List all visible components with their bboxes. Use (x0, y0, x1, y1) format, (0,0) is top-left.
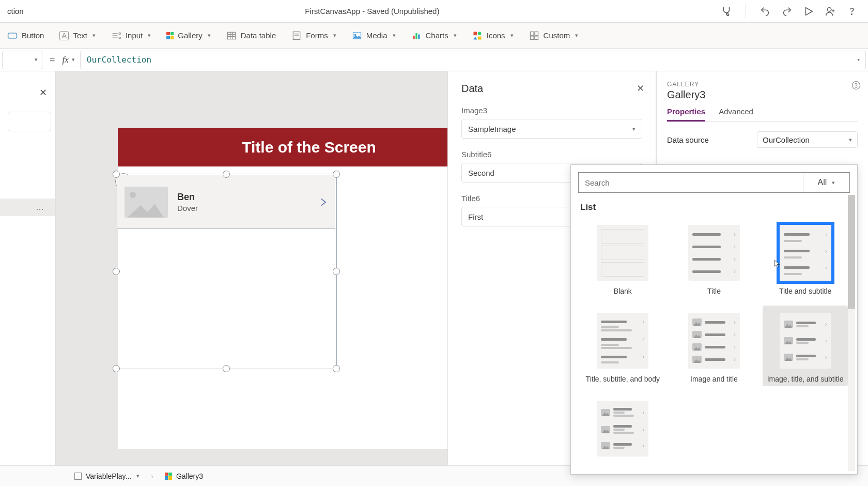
close-icon[interactable]: ✕ (39, 87, 47, 98)
text-icon: A (59, 31, 69, 40)
chevron-down-icon: ▾ (849, 136, 852, 143)
tab-advanced[interactable]: Advanced (719, 107, 753, 122)
ribbon-button-custom[interactable]: Custom▾ (529, 31, 579, 41)
fx-button[interactable]: fx ▾ (63, 55, 75, 65)
breadcrumb-control[interactable]: Gallery3 (165, 472, 203, 480)
layout-card-title-subtitle-body[interactable]: › › › Title, subtitle, and body (580, 306, 665, 386)
resize-handle[interactable] (113, 365, 120, 372)
screen-title: Title of the Screen (242, 139, 376, 156)
layout-card-image-title-subtitle-body[interactable]: › › › (580, 393, 665, 466)
canvas[interactable]: Title of the Screen Ben Dover (56, 71, 447, 465)
help-icon[interactable] (846, 6, 858, 17)
ribbon-button-button[interactable]: Button (7, 31, 44, 41)
svg-point-7 (119, 33, 120, 34)
ribbon-button-input[interactable]: Input▾ (111, 31, 151, 41)
control-category: GALLERY (667, 81, 858, 88)
chevron-down-icon: ▾ (148, 32, 151, 39)
forms-icon (291, 31, 302, 41)
record-title: Ben (177, 192, 198, 203)
gallery-icon (165, 473, 172, 480)
formula-input[interactable]: OurCollection ▾ (80, 51, 866, 69)
data-source-select[interactable]: OurCollection▾ (757, 131, 858, 148)
svg-rect-28 (530, 36, 534, 39)
resize-handle[interactable] (223, 171, 230, 178)
chevron-down-icon[interactable]: ▾ (857, 56, 860, 63)
ribbon-button-gallery[interactable]: Gallery▾ (166, 31, 211, 40)
chevron-down-icon: ▾ (632, 126, 636, 132)
svg-rect-26 (530, 32, 534, 35)
play-icon[interactable] (803, 6, 814, 17)
field-label: Subtitle6 (461, 150, 642, 159)
media-icon (352, 31, 362, 41)
tree-search-box[interactable] (8, 112, 51, 131)
app-title: FirstCanvasApp - Saved (Unpublished) (24, 7, 721, 16)
ellipsis-icon[interactable]: … (36, 203, 45, 212)
tab-properties[interactable]: Properties (667, 107, 705, 122)
svg-point-2 (851, 13, 852, 14)
ribbon-button-data-table[interactable]: Data table (226, 31, 276, 41)
ribbon-button-forms[interactable]: Forms▾ (291, 31, 336, 41)
layout-scrollbar[interactable] (848, 195, 855, 471)
custom-icon (529, 31, 539, 41)
record-subtitle: Dover (177, 204, 198, 212)
layout-filter-dropdown[interactable]: All▾ (803, 173, 849, 192)
resize-handle[interactable] (223, 365, 230, 372)
gallery-template-item[interactable]: Ben Dover (117, 175, 335, 229)
svg-rect-3 (8, 33, 17, 38)
layout-card-blank[interactable]: Blank (580, 218, 665, 298)
resize-handle[interactable] (113, 171, 120, 178)
gallery-selection[interactable]: Ben Dover (116, 174, 337, 369)
breadcrumb-screen[interactable]: VariablePlay... ▾ (74, 472, 140, 480)
resize-handle[interactable] (333, 268, 340, 275)
tree-item-selected[interactable]: … (0, 199, 55, 216)
ribbon-button-text[interactable]: A Text▾ (59, 31, 96, 40)
redo-icon[interactable] (781, 6, 793, 17)
resize-handle[interactable] (113, 268, 120, 275)
properties-tabs: Properties Advanced (667, 107, 858, 122)
property-selector[interactable]: ▾ (2, 51, 42, 69)
layout-search-row: All▾ (578, 172, 850, 193)
chevron-down-icon: ▾ (575, 32, 578, 39)
svg-rect-20 (415, 33, 417, 39)
svg-rect-29 (534, 36, 538, 39)
charts-icon (411, 31, 422, 41)
layout-card-title-subtitle[interactable]: › › › Title and subtitle (763, 218, 848, 298)
chevron-down-icon: ▾ (35, 56, 38, 63)
share-icon[interactable] (825, 6, 836, 17)
svg-point-23 (478, 32, 482, 35)
chevron-down-icon: ▾ (454, 32, 457, 39)
svg-rect-21 (418, 34, 420, 39)
formula-text: OurCollection (87, 55, 151, 65)
chevron-down-icon: ▾ (136, 473, 140, 479)
control-name: Gallery3 (667, 89, 858, 101)
chevron-right-icon[interactable] (318, 195, 328, 209)
button-icon (7, 31, 18, 41)
chevron-down-icon: ▾ (208, 32, 211, 39)
app-checker-icon[interactable] (721, 6, 732, 17)
layout-card-image-title[interactable]: › › › › Image and title (672, 306, 757, 386)
ribbon-button-charts[interactable]: Charts▾ (411, 31, 457, 41)
svg-point-0 (727, 13, 729, 16)
field-dropdown-image3[interactable]: SampleImage▾ (461, 119, 642, 139)
svg-rect-25 (478, 36, 482, 39)
image-placeholder-icon (125, 187, 168, 218)
close-icon[interactable]: ✕ (637, 83, 644, 94)
input-icon (111, 31, 121, 41)
svg-rect-22 (473, 32, 477, 35)
field-label: Image3 (461, 106, 642, 115)
tree-view-pane: ✕ … (0, 71, 56, 465)
layout-card-title[interactable]: › › › › Title (672, 218, 757, 298)
undo-icon[interactable] (760, 6, 771, 17)
resize-handle[interactable] (333, 365, 340, 372)
chevron-down-icon: ▾ (510, 32, 514, 39)
layout-card-image-title-subtitle[interactable]: › › › Image, title, and subtitle (763, 306, 848, 386)
icons-icon (472, 31, 483, 41)
help-icon[interactable] (851, 81, 861, 92)
layout-search-input[interactable] (579, 173, 803, 192)
ribbon-button-media[interactable]: Media▾ (352, 31, 396, 41)
resize-handle[interactable] (333, 171, 340, 178)
ribbon-button-icons[interactable]: Icons▾ (472, 31, 514, 41)
chevron-down-icon: ▾ (72, 56, 75, 63)
svg-point-8 (119, 37, 120, 38)
gallery-icon (166, 32, 174, 39)
